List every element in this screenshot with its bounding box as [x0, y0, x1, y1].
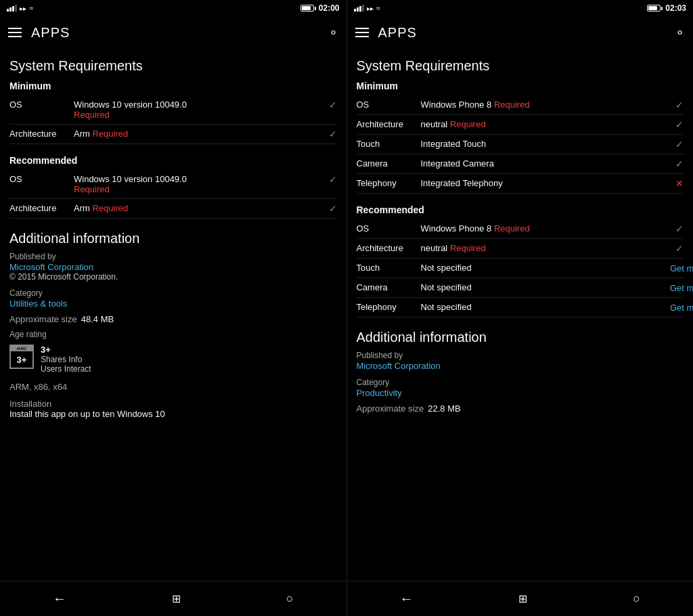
req-value-min-arch-right: neutral Required — [421, 119, 671, 129]
req-row-min-telephony-right: Telephony Integrated Telephony ✕ — [357, 174, 684, 194]
req-value-min-telephony-right: Integrated Telephony — [421, 178, 671, 188]
category-link-right[interactable]: Productivity — [357, 388, 402, 398]
req-row-rec-arch-right: Architecture neutral Required ✓ — [357, 239, 684, 259]
get-more-link-touch[interactable]: Get more information — [670, 263, 693, 273]
signal-icon — [7, 5, 17, 12]
menu-button-right[interactable] — [355, 28, 369, 37]
req-row-min-arch-right: Architecture neutral Required ✓ — [357, 115, 684, 135]
req-row-min-camera-right: Camera Integrated Camera ✓ — [357, 154, 684, 174]
recommended-label-left: Recommended — [9, 155, 337, 166]
system-req-title-left: System Requirements — [9, 58, 337, 74]
req-label-min-os-right: OS — [357, 100, 421, 110]
app-title-left: APPS — [31, 25, 328, 41]
search-nav-button-right[interactable]: ○ — [619, 586, 654, 611]
req-row-min-os-right: OS Windows Phone 8 Required ✓ — [357, 95, 684, 115]
req-status-min-arch-left: ✓ — [323, 129, 337, 139]
age-value-left: 3+ — [17, 355, 27, 365]
req-status-rec-touch-right: Get more information — [670, 263, 684, 273]
req-label-min-telephony-right: Telephony — [357, 178, 421, 188]
age-num-left: 3+ — [41, 345, 91, 355]
req-status-rec-os-left: ✓ — [323, 174, 337, 185]
req-row-rec-touch-right: Touch Not specified Get more information — [357, 259, 684, 278]
network-type-icon: ▸▸ — [20, 5, 26, 12]
required-badge-rec-arch-right: Required — [450, 243, 486, 253]
bottom-nav-left: ← ⊞ ○ — [0, 581, 346, 616]
req-label-rec-arch-left: Architecture — [9, 203, 74, 213]
req-label-min-os-left: OS — [9, 100, 74, 110]
req-status-min-arch-right: ✓ — [670, 119, 684, 130]
screen-right: ▸▸ ≈ 02:03 APPS ⚬ System R — [347, 0, 694, 616]
req-value-min-arch-left: Arm Required — [74, 129, 323, 139]
req-label-min-arch-right: Architecture — [357, 119, 421, 129]
req-value-rec-os-left: Windows 10 version 10049.0 Required — [74, 174, 323, 194]
category-label-right: Category — [357, 378, 684, 387]
req-row-rec-camera-right: Camera Not specified Get more informatio… — [357, 278, 684, 298]
age-rating-label-left: Age rating — [9, 330, 337, 339]
req-status-rec-os-right: ✓ — [670, 223, 684, 234]
required-badge: Required — [74, 110, 110, 120]
publisher-link-left[interactable]: Microsoft Corporation — [9, 262, 93, 272]
minimum-label-right: Minimum — [357, 81, 684, 91]
publisher-link-right[interactable]: Microsoft Corporation — [357, 361, 441, 371]
required-badge-rec-os: Required — [74, 184, 110, 194]
age-row-left: IARC 3+ 3+ Shares Info Users Interact — [9, 345, 337, 374]
top-bar-right: APPS ⚬ — [347, 16, 694, 49]
size-value-left: 48.4 MB — [81, 314, 114, 324]
req-row-rec-os-left: OS Windows 10 version 10049.0 Required ✓ — [9, 170, 337, 199]
additional-info-title-left: Additional information — [9, 231, 337, 246]
app-title-right: APPS — [378, 25, 675, 41]
required-badge-arch: Required — [92, 129, 128, 139]
req-label-min-arch-left: Architecture — [9, 129, 74, 139]
required-badge-rec-os-right: Required — [494, 223, 530, 234]
battery-icon-right — [647, 5, 663, 12]
req-row-rec-os-right: OS Windows Phone 8 Required ✓ — [357, 219, 684, 239]
wifi-icon-right: ≈ — [376, 4, 380, 12]
home-button-left[interactable]: ⊞ — [158, 587, 194, 611]
time-display: 02:00 — [319, 3, 340, 13]
req-label-rec-arch-right: Architecture — [357, 243, 421, 253]
network-type-icon-right: ▸▸ — [367, 5, 374, 12]
required-badge-min-os-right: Required — [494, 100, 530, 110]
req-row-rec-telephony-right: Telephony Not specified Get more informa… — [357, 298, 684, 317]
published-by-label-left: Published by — [9, 252, 337, 261]
top-bar-left: APPS ⚬ — [0, 16, 346, 49]
screen-left: ▸▸ ≈ 02:00 APPS ⚬ System R — [0, 0, 347, 616]
status-right-right: 02:03 — [647, 3, 686, 13]
battery-icon — [300, 5, 316, 12]
content-left: System Requirements Minimum OS Windows 1… — [0, 49, 346, 581]
req-label-rec-os-left: OS — [9, 174, 74, 184]
home-button-right[interactable]: ⊞ — [505, 587, 541, 611]
req-label-rec-telephony-right: Telephony — [357, 302, 421, 312]
required-badge-rec-arch: Required — [92, 203, 128, 213]
status-left: ▸▸ ≈ — [7, 4, 33, 12]
back-button-right[interactable]: ← — [386, 586, 426, 612]
back-button-left[interactable]: ← — [39, 586, 80, 612]
req-status-min-camera-right: ✓ — [670, 158, 684, 169]
search-button-left[interactable]: ⚬ — [328, 25, 338, 40]
req-status-min-os-right: ✓ — [670, 100, 684, 110]
minimum-label-left: Minimum — [9, 81, 337, 91]
get-more-link-telephony[interactable]: Get more information — [670, 303, 693, 313]
req-status-rec-camera-right: Get more information — [670, 282, 684, 293]
screens-container: ▸▸ ≈ 02:00 APPS ⚬ System R — [0, 0, 693, 616]
search-button-right[interactable]: ⚬ — [675, 25, 685, 40]
req-label-rec-os-right: OS — [357, 223, 421, 234]
req-row-rec-arch-left: Architecture Arm Required ✓ — [9, 199, 337, 219]
req-status-min-touch-right: ✓ — [670, 139, 684, 150]
status-bar-right: ▸▸ ≈ 02:03 — [347, 0, 694, 16]
get-more-link-camera[interactable]: Get more information — [670, 283, 693, 293]
installation-label-left: Installation — [9, 399, 337, 409]
req-status-rec-arch-left: ✓ — [323, 203, 337, 214]
req-status-rec-arch-right: ✓ — [670, 243, 684, 254]
arch-text-left: ARM, x86, x64 — [9, 382, 337, 392]
search-nav-button-left[interactable]: ○ — [273, 586, 307, 611]
category-link-left[interactable]: Utilities & tools — [9, 299, 67, 309]
req-value-min-os-right: Windows Phone 8 Required — [421, 100, 671, 110]
menu-button[interactable] — [8, 28, 22, 37]
req-label-min-camera-right: Camera — [357, 158, 421, 169]
size-value-right: 22.8 MB — [428, 403, 460, 414]
req-row-min-os-left: OS Windows 10 version 10049.0 Required ✓ — [9, 95, 337, 125]
bottom-nav-right: ← ⊞ ○ — [347, 581, 694, 616]
req-value-rec-touch-right: Not specified — [421, 263, 671, 273]
req-row-min-arch-left: Architecture Arm Required ✓ — [9, 125, 337, 144]
